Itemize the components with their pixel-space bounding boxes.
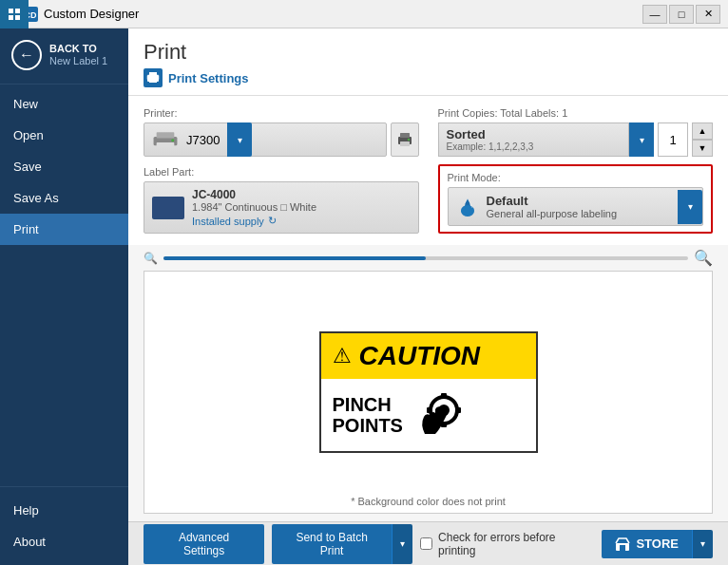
preview-area: ⚠ CAUTION PINCHPOINTS — [144, 271, 713, 514]
send-to-batch-split-button: Send to Batch Print ▾ — [272, 524, 412, 564]
svg-rect-26 — [455, 407, 461, 413]
caution-body-text: PINCHPOINTS — [333, 394, 403, 436]
main-header: Print Print Settings — [128, 28, 728, 96]
title-bar-left: CD Custom Designer — [8, 7, 139, 22]
app-icon — [0, 0, 29, 28]
store-split-button: STORE ▾ — [602, 530, 713, 558]
zoom-out-icon[interactable]: 🔍 — [144, 252, 158, 265]
copies-increment-button[interactable]: ▲ — [692, 122, 713, 140]
svg-rect-16 — [400, 133, 410, 138]
store-dropdown-button[interactable]: ▾ — [692, 530, 713, 558]
svg-rect-0 — [9, 9, 13, 13]
svg-rect-12 — [157, 132, 175, 138]
printer-dropdown-button[interactable]: ▾ — [227, 122, 252, 157]
copies-sort-example: Example: 1,1,2,2,3,3 — [447, 141, 622, 152]
back-text: BACK TO New Label 1 — [49, 43, 107, 67]
advanced-settings-button[interactable]: Advanced Settings — [144, 524, 264, 564]
label-name: JC-4000 — [192, 188, 411, 201]
send-to-batch-button[interactable]: Send to Batch Print — [272, 524, 392, 564]
sidebar-item-save[interactable]: Save — [0, 151, 128, 182]
mode-name: Default — [487, 194, 671, 208]
main-content: Print Print Settings — [128, 28, 728, 565]
print-settings-icon — [144, 68, 163, 87]
label-part-row: JC-4000 1.984" Continuous □ White Instal… — [144, 181, 419, 234]
print-mode-dropdown-button[interactable]: ▾ — [678, 190, 702, 224]
caution-image — [411, 386, 468, 443]
print-mode-select[interactable]: Default General all-purpose labeling ▾ — [448, 187, 704, 226]
svg-rect-28 — [620, 545, 625, 551]
maximize-button[interactable]: □ — [669, 5, 694, 24]
print-mode-label: Print Mode: — [448, 172, 704, 183]
printer-select[interactable]: J7300 ▾ — [144, 122, 387, 157]
sidebar-item-save-as[interactable]: Save As — [0, 182, 128, 214]
copies-select-wrap: Sorted Example: 1,1,2,2,3,3 ▾ — [438, 122, 655, 157]
caution-triangle-icon: ⚠ — [333, 344, 352, 368]
label-icon — [152, 197, 184, 219]
settings-two-col: Printer: J7300 — [144, 107, 713, 234]
caution-heading-text: CAUTION — [359, 341, 481, 371]
printer-label: Printer: — [144, 107, 419, 119]
copies-row: Sorted Example: 1,1,2,2,3,3 ▾ ▲ ▼ — [438, 122, 714, 157]
copies-sort-select[interactable]: Sorted Example: 1,1,2,2,3,3 — [438, 122, 630, 157]
zoom-slider-track — [163, 256, 426, 260]
check-area: Check for errors before printing — [420, 531, 594, 557]
title-bar-controls: — □ ✕ — [642, 5, 720, 24]
back-sublabel: New Label 1 — [49, 55, 107, 67]
settings-area: Printer: J7300 — [128, 96, 728, 245]
copies-spinner: ▲ ▼ — [692, 122, 713, 157]
svg-rect-23 — [441, 393, 447, 399]
sidebar-item-about[interactable]: About — [0, 526, 128, 557]
caution-label-preview: ⚠ CAUTION PINCHPOINTS — [319, 331, 538, 453]
sidebar-item-print[interactable]: Print — [0, 214, 128, 245]
bottom-bar: Advanced Settings Send to Batch Print ▾ … — [128, 521, 728, 565]
minimize-button[interactable]: — — [642, 5, 667, 24]
printer-print-button[interactable] — [391, 122, 419, 157]
title-bar-title: Custom Designer — [44, 7, 139, 21]
check-errors-checkbox[interactable] — [420, 537, 432, 550]
mode-info: Default General all-purpose labeling — [487, 194, 671, 219]
pinch-points-icon — [411, 386, 468, 443]
back-button[interactable]: ← BACK TO New Label 1 — [0, 28, 128, 85]
sidebar-item-open[interactable]: Open — [0, 120, 128, 151]
col-left: Printer: J7300 — [144, 107, 419, 234]
store-icon — [615, 537, 630, 552]
printer-name: J7300 — [186, 133, 220, 147]
svg-rect-1 — [15, 9, 20, 13]
print-icon — [396, 131, 413, 148]
send-to-batch-dropdown-button[interactable]: ▾ — [392, 524, 412, 564]
refresh-icon[interactable]: ↻ — [268, 215, 277, 227]
copies-count-input[interactable] — [658, 122, 688, 157]
title-bar: CD Custom Designer — □ ✕ — [0, 0, 728, 28]
svg-rect-3 — [15, 15, 20, 20]
printer-device-icon — [152, 129, 179, 150]
svg-point-14 — [171, 139, 174, 141]
copies-dropdown-button[interactable]: ▾ — [629, 122, 654, 157]
svg-rect-17 — [400, 141, 410, 146]
installed-supply: Installed supply ↻ — [192, 215, 411, 227]
sidebar: ← BACK TO New Label 1 New Open Save Save… — [0, 28, 128, 565]
copies-label: Print Copies: Total Labels: 1 — [438, 107, 714, 119]
label-part-label: Label Part: — [144, 166, 419, 178]
zoom-slider[interactable] — [163, 256, 688, 260]
svg-rect-2 — [9, 15, 13, 20]
label-desc: 1.984" Continuous □ White — [192, 201, 411, 213]
zoom-in-icon[interactable]: 🔍 — [694, 249, 713, 267]
store-button[interactable]: STORE — [602, 530, 692, 558]
close-button[interactable]: ✕ — [696, 5, 720, 24]
caution-header: ⚠ CAUTION — [321, 333, 536, 379]
svg-rect-13 — [157, 142, 175, 147]
svg-rect-9 — [149, 79, 157, 83]
svg-point-18 — [407, 139, 409, 141]
copies-sort-mode: Sorted — [447, 127, 622, 141]
mode-desc: General all-purpose labeling — [487, 208, 671, 219]
caution-body: PINCHPOINTS — [321, 379, 536, 451]
zoom-bar: 🔍 🔍 — [128, 245, 728, 271]
preview-note: * Background color does not print — [351, 496, 506, 507]
print-mode-icon — [456, 196, 479, 218]
section-header: Print Settings — [144, 68, 713, 95]
check-errors-label: Check for errors before printing — [438, 531, 594, 557]
sidebar-item-help[interactable]: Help — [0, 495, 128, 526]
copies-decrement-button[interactable]: ▼ — [692, 140, 713, 157]
sidebar-item-new[interactable]: New — [0, 88, 128, 120]
sidebar-menu: New Open Save Save As Print — [0, 85, 128, 486]
